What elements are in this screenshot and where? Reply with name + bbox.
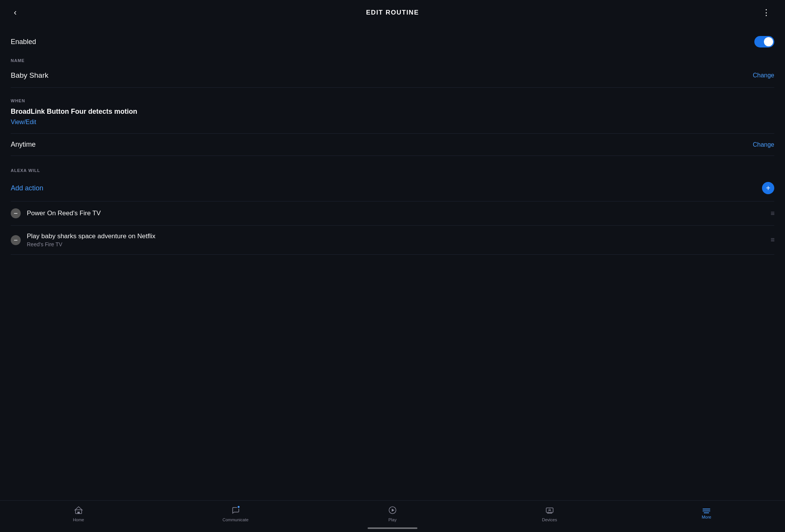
add-action-row: Add action + (11, 177, 774, 201)
action-2-text: Play baby sharks space adventure on Netf… (27, 232, 155, 247)
drag-handle-1[interactable]: ≡ (770, 210, 774, 218)
devices-icon (545, 506, 554, 516)
home-icon (74, 506, 83, 516)
svg-rect-1 (77, 512, 80, 514)
alexa-will-section: ALEXA WILL Add action + − Power On Reed'… (11, 156, 774, 255)
action-left: − Play baby sharks space adventure on Ne… (11, 232, 770, 247)
header: ‹ EDIT ROUTINE ⋮ (0, 0, 785, 25)
action-item: − Play baby sharks space adventure on Ne… (11, 226, 774, 255)
when-section: WHEN BroadLink Button Four detects motio… (11, 88, 774, 156)
name-row: Baby Shark Change (11, 67, 774, 88)
remove-action-1-button[interactable]: − (11, 208, 21, 218)
play-icon (388, 506, 397, 516)
remove-action-2-button[interactable]: − (11, 235, 21, 245)
nav-communicate[interactable]: Communicate (157, 504, 314, 524)
home-bar-indicator (368, 527, 417, 529)
nav-play[interactable]: Play (314, 504, 471, 524)
main-content: Enabled NAME Baby Shark Change WHEN Broa… (0, 25, 785, 500)
action-1-title: Power On Reed's Fire TV (27, 210, 101, 217)
add-action-icon[interactable]: + (762, 182, 774, 194)
add-action-button[interactable]: Add action (11, 184, 43, 192)
home-nav-label: Home (73, 517, 84, 522)
nav-home[interactable]: Home (0, 504, 157, 524)
when-trigger: BroadLink Button Four detects motion (11, 108, 774, 116)
action-item: − Power On Reed's Fire TV ≡ (11, 201, 774, 226)
enabled-toggle[interactable] (754, 36, 774, 47)
when-section-label: WHEN (11, 95, 774, 103)
page-title: EDIT ROUTINE (366, 9, 419, 16)
change-name-button[interactable]: Change (753, 72, 774, 79)
name-section-label: NAME (11, 55, 774, 63)
drag-handle-2[interactable]: ≡ (770, 236, 774, 244)
home-bar (0, 525, 785, 532)
nav-devices[interactable]: Devices (471, 504, 628, 524)
communicate-nav-label: Communicate (222, 517, 248, 522)
more-nav-label: More (702, 515, 711, 519)
schedule-value: Anytime (11, 141, 36, 149)
anytime-row: Anytime Change (11, 133, 774, 156)
play-nav-label: Play (388, 517, 396, 522)
communicate-badge (237, 505, 240, 509)
back-button[interactable]: ‹ (11, 7, 20, 18)
name-section: NAME Baby Shark Change (11, 55, 774, 88)
change-schedule-button[interactable]: Change (753, 141, 774, 148)
devices-nav-label: Devices (542, 517, 557, 522)
action-2-title: Play baby sharks space adventure on Netf… (27, 232, 155, 240)
view-edit-button[interactable]: View/Edit (11, 119, 36, 126)
enabled-row: Enabled (11, 25, 774, 55)
action-1-text: Power On Reed's Fire TV (27, 210, 101, 217)
action-2-subtitle: Reed's Fire TV (27, 241, 155, 247)
action-left: − Power On Reed's Fire TV (11, 208, 770, 218)
communicate-icon (231, 506, 240, 516)
enabled-label: Enabled (11, 38, 36, 46)
nav-more[interactable]: More (628, 504, 785, 524)
svg-marker-3 (392, 509, 394, 512)
bottom-nav: Home Communicate Play (0, 500, 785, 525)
more-options-button[interactable]: ⋮ (759, 7, 774, 18)
alexa-will-section-label: ALEXA WILL (11, 165, 774, 173)
more-lines-icon (703, 509, 710, 513)
routine-name: Baby Shark (11, 71, 48, 80)
